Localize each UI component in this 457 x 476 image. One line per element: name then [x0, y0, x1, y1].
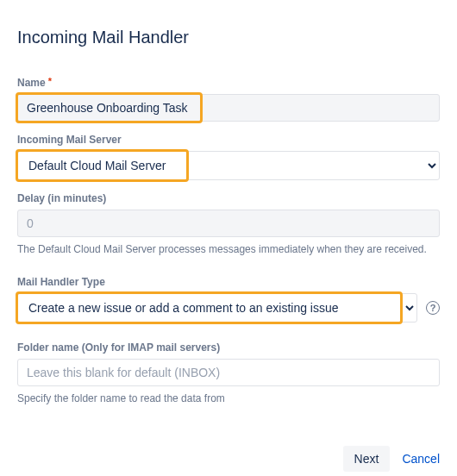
field-handler-type: Mail Handler Type Create a new issue or … — [17, 276, 440, 323]
help-icon[interactable]: ? — [426, 301, 440, 315]
name-input[interactable] — [17, 94, 440, 122]
delay-label: Delay (in minutes) — [17, 192, 106, 204]
folder-input[interactable] — [17, 359, 440, 386]
field-delay: Delay (in minutes) The Default Cloud Mai… — [17, 192, 440, 257]
folder-helper: Specify the folder name to read the data… — [17, 391, 440, 406]
next-button[interactable]: Next — [343, 446, 391, 472]
delay-helper: The Default Cloud Mail Server processes … — [17, 242, 440, 257]
field-name: Name * — [17, 77, 440, 122]
footer: Next Cancel — [17, 446, 440, 472]
delay-input — [17, 210, 440, 237]
page-title: Incoming Mail Handler — [17, 28, 440, 47]
folder-label: Folder name (Only for IMAP mail servers) — [17, 341, 220, 354]
server-label: Incoming Mail Server — [17, 134, 122, 146]
name-label: Name — [17, 77, 46, 89]
handler-type-select[interactable]: Create a new issue or add a comment to a… — [17, 293, 417, 323]
cancel-button[interactable]: Cancel — [402, 452, 440, 466]
field-folder: Folder name (Only for IMAP mail servers)… — [17, 341, 440, 406]
required-asterisk: * — [48, 77, 52, 86]
server-select[interactable]: Default Cloud Mail Server — [17, 151, 440, 180]
handler-type-label: Mail Handler Type — [17, 276, 105, 288]
field-server: Incoming Mail Server Default Cloud Mail … — [17, 134, 440, 180]
